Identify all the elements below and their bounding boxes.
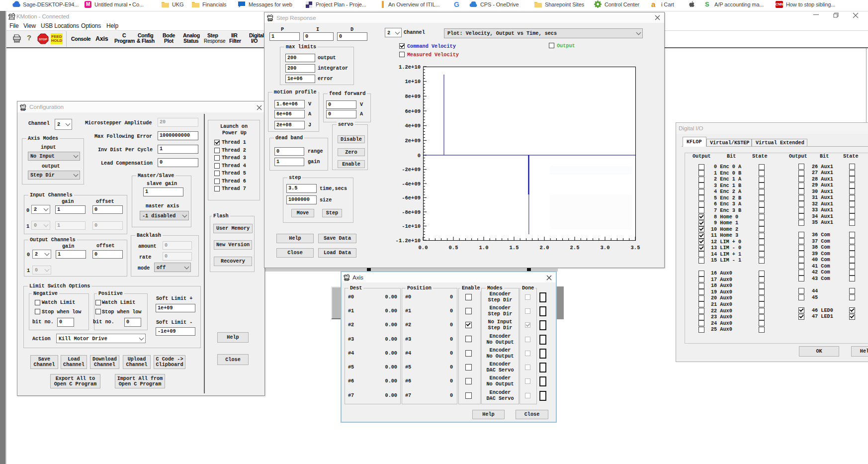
svg-text:0: 0 (418, 153, 421, 159)
svg-text:0.5: 0.5 (449, 245, 458, 251)
svg-text:STOP: STOP (39, 37, 47, 41)
svg-text:-1e+10: -1e+10 (402, 223, 421, 229)
svg-text:2.0: 2.0 (540, 245, 549, 251)
svg-text:1e+10: 1e+10 (405, 79, 421, 85)
svg-text:1.5: 1.5 (510, 245, 519, 251)
svg-text:DM: DM (21, 108, 25, 111)
svg-text:1.2e+10: 1.2e+10 (399, 64, 421, 70)
svg-text:-1.2e+10: -1.2e+10 (396, 238, 421, 244)
svg-text:0.0: 0.0 (419, 245, 428, 251)
svg-text:1.0: 1.0 (479, 245, 489, 251)
svg-text:DM: DM (345, 278, 349, 281)
svg-text:-6e+09: -6e+09 (402, 195, 421, 201)
svg-text:-2e+09: -2e+09 (402, 167, 421, 173)
svg-text:-4e+09: -4e+09 (402, 181, 421, 187)
svg-text:2e+09: 2e+09 (405, 138, 421, 144)
svg-text:2.5: 2.5 (570, 245, 580, 251)
svg-text:6e+09: 6e+09 (405, 108, 421, 114)
svg-text:-8e+09: -8e+09 (402, 209, 421, 215)
svg-text:4e+09: 4e+09 (405, 123, 421, 129)
svg-text:3.0: 3.0 (601, 245, 610, 251)
svg-text:8e+09: 8e+09 (405, 93, 421, 99)
svg-text:3.5: 3.5 (631, 245, 640, 251)
svg-text:DM: DM (268, 19, 272, 22)
